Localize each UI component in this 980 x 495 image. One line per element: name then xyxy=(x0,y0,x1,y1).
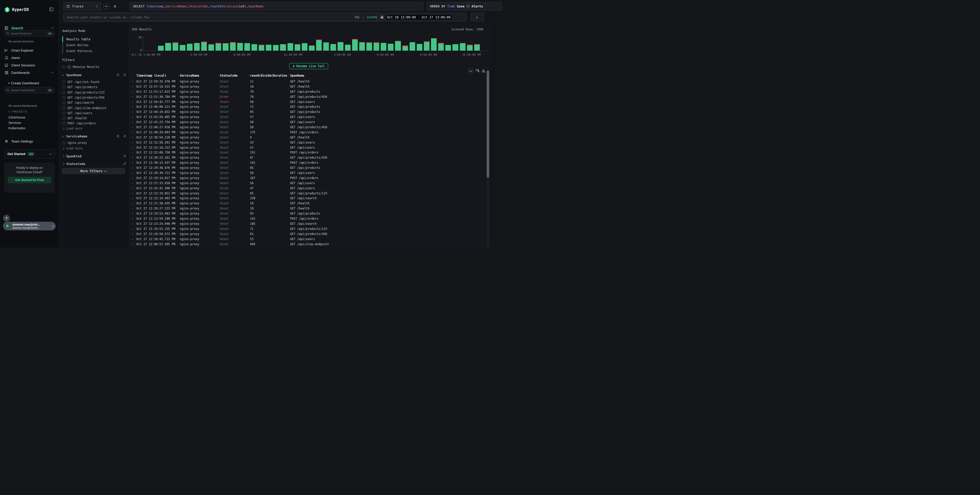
presets-toggle[interactable]: PRESETS xyxy=(8,110,27,113)
row-expand-icon[interactable]: › xyxy=(132,126,133,129)
table-row[interactable]: ›Oct 27 12:29:36.876 PMnginx-proxyUnset6… xyxy=(129,166,490,170)
table-row[interactable]: ›Oct 27 12:36:54.210 PMnginx-proxyUnset9… xyxy=(129,135,490,140)
column-header-servicename[interactable]: ServiceName xyxy=(180,74,217,77)
column-header-statuscode[interactable]: StatusCode xyxy=(220,74,247,77)
more-filters-button[interactable]: More filters xyxy=(62,168,125,174)
sidebar-item-dashboards[interactable]: Dashboards xyxy=(0,69,59,76)
spanname-load-more[interactable]: Load more xyxy=(62,127,82,130)
row-expand-icon[interactable]: › xyxy=(132,166,133,170)
row-expand-icon[interactable]: › xyxy=(132,176,133,180)
mode-event-deltas[interactable]: Event Deltas xyxy=(62,42,113,48)
table-row[interactable]: ›Oct 27 12:32:08.750 PMnginx-proxyUnset1… xyxy=(129,150,490,155)
filter-option-get-api-search[interactable]: GET /api/search xyxy=(62,101,94,105)
row-expand-icon[interactable]: › xyxy=(132,181,133,185)
row-expand-icon[interactable]: › xyxy=(132,156,133,159)
table-row[interactable]: ›Oct 27 12:53:17.623 PMnginx-proxyUnset7… xyxy=(129,89,490,94)
help-button[interactable]: ? xyxy=(3,215,10,222)
table-row[interactable]: ›Oct 27 12:30:13.437 PMnginx-proxyUnset1… xyxy=(129,161,490,166)
row-expand-icon[interactable]: › xyxy=(132,120,133,124)
row-expand-icon[interactable]: › xyxy=(132,212,133,215)
filter-option-post-api-orders[interactable]: POST /api/orders xyxy=(62,122,96,125)
table-row[interactable]: ›Oct 27 12:40:27.016 PMnginx-proxyUnset5… xyxy=(129,125,490,130)
row-expand-icon[interactable]: › xyxy=(132,161,133,164)
table-row[interactable]: ›Oct 27 12:41:23.754 PMnginx-proxyUnset5… xyxy=(129,120,490,125)
row-expand-icon[interactable]: › xyxy=(132,227,133,231)
row-expand-icon[interactable]: › xyxy=(132,135,133,139)
table-row[interactable]: ›Oct 27 12:43:59.465 PMnginx-proxyUnset5… xyxy=(129,115,490,120)
row-expand-icon[interactable]: › xyxy=(132,95,133,99)
filter-option-get-api-not-found[interactable]: GET /api/not-found xyxy=(62,80,99,84)
preset-clickhouse[interactable]: ClickHouse xyxy=(8,115,25,119)
language-toggle-sql[interactable]: SQL xyxy=(355,15,360,19)
sidebar-collapse-icon[interactable] xyxy=(49,7,54,11)
scrollbar-thumb[interactable] xyxy=(487,70,489,178)
pin-icon[interactable] xyxy=(123,135,126,138)
sidebar-item-client-sessions[interactable]: Client Sessions xyxy=(0,62,59,69)
servicename-load-more[interactable]: Load more xyxy=(62,146,82,150)
mode-event-patterns[interactable]: Event Patterns xyxy=(62,48,113,54)
pin-icon[interactable] xyxy=(123,154,126,158)
table-row[interactable]: ›Oct 27 12:32:58.201 PMnginx-proxyUnset5… xyxy=(129,140,490,145)
wrap-lines-icon[interactable] xyxy=(475,68,479,73)
row-expand-icon[interactable]: › xyxy=(132,80,133,83)
row-expand-icon[interactable]: › xyxy=(132,85,133,88)
table-row[interactable]: ›Oct 27 12:29:14.817 PMnginx-proxyUnset1… xyxy=(129,176,490,181)
table-row[interactable]: ›Oct 27 12:44:10.832 PMnginx-proxyUnset9… xyxy=(129,110,490,115)
gear-icon[interactable]: ⚙ xyxy=(112,3,118,9)
preset-services[interactable]: Services xyxy=(8,121,21,125)
time-range-picker[interactable]: Oct 26 13:00:00 - Oct 27 13:00:00 xyxy=(377,13,466,21)
get-started-free-button[interactable]: Get Started for Free xyxy=(8,177,51,183)
filter-option-get-api-products-123[interactable]: GET /api/products/123 xyxy=(62,91,105,94)
filter-group-statuscode[interactable]: StatusCode xyxy=(62,162,126,166)
row-expand-icon[interactable]: › xyxy=(132,90,133,94)
filter-option-get-api-users[interactable]: GET /api/users xyxy=(62,111,92,115)
filter-option-get-health[interactable]: GET /health xyxy=(62,116,87,120)
table-row[interactable]: ›Oct 27 12:57:14.313 PMnginx-proxyUnset1… xyxy=(129,84,490,89)
filter-option-get-api-products-456[interactable]: GET /api/products/456 xyxy=(62,96,105,99)
language-toggle-lucene[interactable]: Lucene xyxy=(367,15,378,19)
download-icon[interactable] xyxy=(481,68,486,73)
row-expand-icon[interactable]: › xyxy=(132,100,133,104)
search-icon[interactable] xyxy=(116,135,120,138)
row-expand-icon[interactable]: › xyxy=(132,146,133,150)
table-row[interactable]: ›Oct 27 12:30:23.261 PMnginx-proxyUnset6… xyxy=(129,155,490,161)
table-row[interactable]: ›Oct 27 12:13:24.048 PMnginx-proxyUnset1… xyxy=(129,221,490,226)
app-logo[interactable]: HyperDX xyxy=(4,6,29,13)
filter-group-spanname[interactable]: SpanName xyxy=(62,73,126,77)
sidebar-item-team-settings[interactable]: ⚙ Team Settings xyxy=(0,138,59,145)
column-header-spanname[interactable]: SpanName xyxy=(290,74,367,77)
sidebar-item-alerts[interactable]: Alerts xyxy=(0,54,59,61)
source-select[interactable]: Traces xyxy=(64,2,101,11)
denoise-results-checkbox[interactable]: Denoise Results xyxy=(62,65,99,69)
filter-group-servicename[interactable]: ServiceName xyxy=(62,134,126,138)
code-view-toggle-icon[interactable]: <> xyxy=(103,3,109,9)
table-row[interactable]: ›Oct 27 12:22:19.852 PMnginx-proxyUnset6… xyxy=(129,191,490,196)
create-dashboard-button[interactable]: + Create Dashboard xyxy=(0,80,59,87)
table-row[interactable]: ›Oct 27 12:46:08.221 PMnginx-proxyUnset7… xyxy=(129,105,490,110)
preset-kubernetes[interactable]: Kubernetes xyxy=(8,126,25,130)
table-row[interactable]: ›Oct 27 12:19:53.482 PMnginx-proxyUnset9… xyxy=(129,211,490,216)
saved-dashboards-input[interactable]: Saved Dashboards ⌘K xyxy=(4,87,55,93)
row-expand-icon[interactable]: › xyxy=(132,222,133,226)
table-row[interactable]: ›Oct 27 12:40:20.093 PMnginx-proxyUnset1… xyxy=(129,130,490,135)
row-expand-icon[interactable]: › xyxy=(132,110,133,114)
sidebar-item-chart-explorer[interactable]: Chart Explorer xyxy=(0,47,59,54)
event-json-toggle-icon[interactable]: <> xyxy=(468,68,473,73)
table-row[interactable]: ›Oct 27 12:27:33.918 PMnginx-proxyUnset5… xyxy=(129,181,490,186)
filter-option-get-api-slow-endpoint[interactable]: GET /api/slow-endpoint xyxy=(62,106,106,110)
column-header-duration[interactable]: round(divide(Duration, xyxy=(250,74,287,77)
row-expand-icon[interactable]: › xyxy=(132,171,133,175)
saved-searches-input[interactable]: Saved Searches ⌘K xyxy=(4,30,55,37)
row-expand-icon[interactable]: › xyxy=(132,196,133,200)
table-row[interactable]: ›Oct 27 12:10:53.155 PMnginx-proxyUnset7… xyxy=(129,226,490,232)
resume-live-tail-button[interactable]: Resume Live Tail xyxy=(289,63,328,69)
row-expand-icon[interactable]: › xyxy=(132,242,133,246)
table-row[interactable]: ›Oct 27 12:25:42.306 PMnginx-proxyUnset4… xyxy=(129,186,490,191)
search-icon[interactable] xyxy=(116,73,120,76)
table-row[interactable]: ›Oct 27 12:08:57.305 PMnginx-proxyUnset6… xyxy=(129,242,490,247)
row-expand-icon[interactable]: › xyxy=(132,207,133,210)
row-expand-icon[interactable]: › xyxy=(132,115,133,119)
table-row[interactable]: ›Oct 27 12:51:36.784 PMnginx-proxyError7… xyxy=(129,94,490,100)
results-histogram[interactable]: 36 0 Oct 26 1:00:00 PM5:00:00 PM8:00:00 … xyxy=(129,34,490,56)
row-expand-icon[interactable]: › xyxy=(132,151,133,154)
